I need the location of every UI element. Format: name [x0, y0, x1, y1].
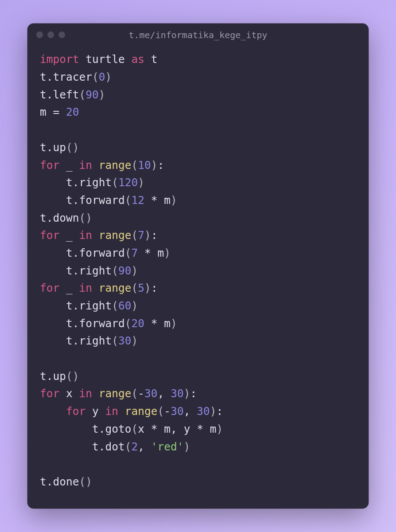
- code-token-paren: ): [216, 422, 223, 435]
- code-token-kw: for: [40, 387, 59, 400]
- code-token-paren: (: [125, 317, 132, 330]
- code-line: t.dot(2, 'red'): [40, 438, 356, 456]
- code-token-var: [40, 405, 66, 418]
- code-token-paren: ): [210, 405, 217, 418]
- code-token-kw: in: [79, 229, 93, 242]
- code-token-var: t: [40, 70, 47, 83]
- code-token-var: t: [40, 317, 73, 330]
- code-token-op: .: [73, 264, 79, 277]
- code-token-var: t: [40, 211, 47, 224]
- code-token-paren: (): [79, 475, 93, 488]
- code-token-paren: ): [144, 229, 151, 242]
- code-token-op: -: [164, 405, 171, 418]
- code-token-paren: ): [138, 176, 144, 189]
- code-token-op: :: [216, 405, 223, 418]
- code-token-paren: ): [144, 282, 151, 294]
- code-line: import turtle as t: [40, 51, 356, 68]
- code-token-builtin: range: [125, 405, 158, 418]
- code-token-var: turtle: [79, 53, 132, 66]
- code-line: t.up(): [40, 368, 356, 385]
- code-token-num: 30: [144, 387, 158, 400]
- code-token-var: t: [40, 299, 73, 312]
- code-line: for _ in range(10):: [40, 156, 356, 174]
- code-token-str: 'red': [151, 440, 184, 453]
- code-token-fn: tracer: [53, 70, 93, 83]
- code-token-op: .: [47, 475, 53, 488]
- code-token-paren: (: [132, 282, 138, 294]
- code-token-var: t: [144, 53, 158, 66]
- code-token-paren: (): [66, 141, 79, 154]
- code-token-fn: dot: [105, 440, 125, 453]
- code-token-op: ,: [171, 422, 184, 435]
- code-token-paren: ): [171, 194, 177, 207]
- code-token-builtin: range: [99, 282, 132, 294]
- code-token-builtin: range: [99, 229, 132, 242]
- code-token-kw: in: [79, 159, 93, 172]
- code-token-var: x: [138, 422, 151, 435]
- code-token-op: :: [190, 387, 197, 400]
- code-token-fn: goto: [105, 422, 132, 435]
- code-line: for y in range(-30, 30):: [40, 403, 356, 420]
- code-token-var: t: [40, 422, 99, 435]
- code-content: import turtle as tt.tracer(0)t.left(90)m…: [27, 42, 369, 495]
- code-line: for _ in range(7):: [40, 227, 356, 244]
- code-token-paren: (: [125, 194, 132, 207]
- code-token-num: 2: [132, 440, 138, 453]
- code-token-op: *: [144, 317, 164, 330]
- code-token-fn: down: [53, 211, 79, 224]
- code-token-op: :: [151, 282, 158, 294]
- code-token-num: 30: [118, 334, 132, 347]
- code-token-paren: (): [66, 370, 79, 383]
- code-token-paren: ): [132, 334, 138, 347]
- code-token-var: x: [59, 387, 79, 400]
- code-line: t.done(): [40, 473, 356, 491]
- code-line: t.forward(12 * m): [40, 192, 356, 209]
- code-token-var: t: [40, 475, 47, 488]
- code-token-var: t: [40, 88, 47, 101]
- code-token-builtin: range: [99, 159, 132, 172]
- code-token-paren: (): [79, 211, 93, 224]
- code-token-var: _: [59, 229, 79, 242]
- code-token-builtin: range: [99, 387, 132, 400]
- code-token-var: [92, 159, 99, 172]
- code-token-paren: (: [125, 440, 132, 453]
- code-token-num: 30: [197, 405, 210, 418]
- code-token-kw: as: [132, 53, 145, 66]
- code-token-op: .: [99, 440, 105, 453]
- code-token-paren: (: [79, 88, 86, 101]
- code-token-op: .: [73, 334, 79, 347]
- window-title: t.me/informatika_kege_itpy: [27, 30, 369, 40]
- code-token-num: 7: [138, 229, 144, 242]
- code-line: t.down(): [40, 209, 356, 227]
- code-token-paren: ): [184, 440, 190, 453]
- code-token-num: 20: [66, 106, 79, 118]
- code-token-paren: ): [151, 159, 158, 172]
- code-token-num: 10: [138, 159, 151, 172]
- code-token-kw: in: [79, 387, 93, 400]
- code-token-kw: for: [40, 282, 59, 294]
- code-line: t.forward(20 * m): [40, 315, 356, 332]
- code-token-fn: forward: [79, 317, 125, 330]
- code-token-fn: right: [79, 334, 112, 347]
- code-token-var: t: [40, 194, 73, 207]
- code-token-paren: ): [132, 264, 138, 277]
- code-token-paren: (: [92, 70, 99, 83]
- code-line: t.right(30): [40, 332, 356, 350]
- code-token-fn: up: [53, 141, 66, 154]
- code-token-paren: (: [112, 264, 118, 277]
- code-token-kw: for: [40, 159, 59, 172]
- code-token-var: _: [59, 159, 79, 172]
- code-token-var: [118, 405, 125, 418]
- code-line: t.forward(7 * m): [40, 244, 356, 262]
- code-token-paren: ): [132, 299, 138, 312]
- code-line: t.right(90): [40, 262, 356, 280]
- code-token-op: ,: [158, 387, 171, 400]
- code-token-paren: (: [132, 159, 138, 172]
- code-line: t.tracer(0): [40, 68, 356, 86]
- code-token-op: ,: [138, 440, 151, 453]
- titlebar: t.me/informatika_kege_itpy: [27, 23, 369, 42]
- code-token-op: :: [151, 229, 158, 242]
- code-token-paren: (: [132, 422, 138, 435]
- code-token-paren: ): [99, 88, 105, 101]
- code-token-num: 30: [171, 387, 184, 400]
